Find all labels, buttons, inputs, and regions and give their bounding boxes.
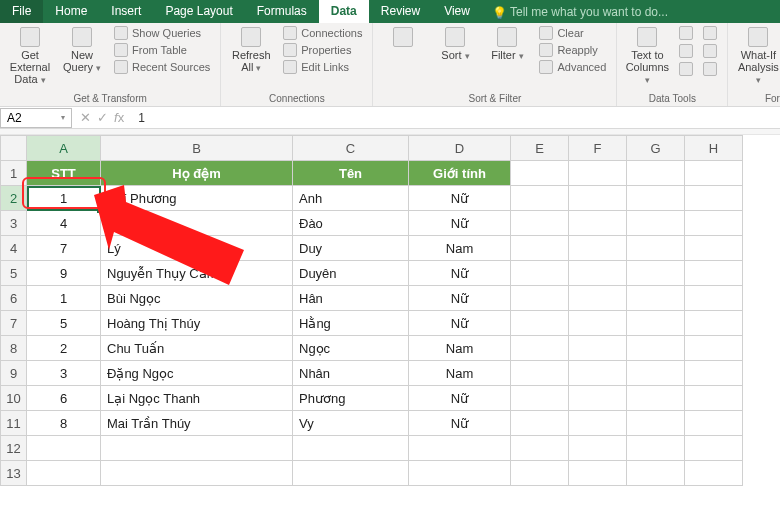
- colhead-D[interactable]: D: [409, 136, 511, 161]
- cell-F13[interactable]: [569, 461, 627, 486]
- menu-data[interactable]: Data: [319, 0, 369, 23]
- cell-A2[interactable]: 1: [27, 186, 101, 211]
- cell-E13[interactable]: [511, 461, 569, 486]
- cell-E10[interactable]: [511, 386, 569, 411]
- cell-H2[interactable]: [685, 186, 743, 211]
- cell-B8[interactable]: Chu Tuấn: [101, 336, 293, 361]
- fx-icon[interactable]: fx: [114, 110, 124, 125]
- refresh-all-button[interactable]: RefreshAll ▾: [227, 25, 275, 76]
- rowhead-9[interactable]: 9: [1, 361, 27, 386]
- cell-D11[interactable]: Nữ: [409, 411, 511, 436]
- colhead-E[interactable]: E: [511, 136, 569, 161]
- edit-links-button[interactable]: Edit Links: [279, 59, 366, 75]
- menu-insert[interactable]: Insert: [99, 0, 153, 23]
- data-validation-button[interactable]: [675, 43, 697, 59]
- cell-C9[interactable]: Nhân: [293, 361, 409, 386]
- colhead-C[interactable]: C: [293, 136, 409, 161]
- cell-C5[interactable]: Duyên: [293, 261, 409, 286]
- formula-input[interactable]: [132, 111, 780, 125]
- cell-D5[interactable]: Nữ: [409, 261, 511, 286]
- colhead-F[interactable]: F: [569, 136, 627, 161]
- cell-G1[interactable]: [627, 161, 685, 186]
- cell-B11[interactable]: Mai Trần Thúy: [101, 411, 293, 436]
- clear-button[interactable]: Clear: [535, 25, 610, 41]
- cell-E4[interactable]: [511, 236, 569, 261]
- reapply-button[interactable]: Reapply: [535, 42, 610, 58]
- cell-G13[interactable]: [627, 461, 685, 486]
- cell-G6[interactable]: [627, 286, 685, 311]
- cell-C2[interactable]: Anh: [293, 186, 409, 211]
- cell-C1[interactable]: Tên: [293, 161, 409, 186]
- rowhead-12[interactable]: 12: [1, 436, 27, 461]
- cell-B7[interactable]: Hoàng Thị Thúy: [101, 311, 293, 336]
- enter-icon[interactable]: ✓: [97, 110, 108, 125]
- menu-file[interactable]: File: [0, 0, 43, 23]
- cell-C10[interactable]: Phương: [293, 386, 409, 411]
- what-if-button[interactable]: What-IfAnalysis ▾: [734, 25, 780, 88]
- cell-A10[interactable]: 6: [27, 386, 101, 411]
- cell-F2[interactable]: [569, 186, 627, 211]
- cell-E5[interactable]: [511, 261, 569, 286]
- cell-G5[interactable]: [627, 261, 685, 286]
- show-queries-button[interactable]: Show Queries: [110, 25, 214, 41]
- cell-H12[interactable]: [685, 436, 743, 461]
- rowhead-3[interactable]: 3: [1, 211, 27, 236]
- colhead-G[interactable]: G: [627, 136, 685, 161]
- cell-C4[interactable]: Duy: [293, 236, 409, 261]
- cell-D7[interactable]: Nữ: [409, 311, 511, 336]
- cell-A1[interactable]: STT: [27, 161, 101, 186]
- cell-G7[interactable]: [627, 311, 685, 336]
- cell-H7[interactable]: [685, 311, 743, 336]
- select-all-corner[interactable]: [1, 136, 27, 161]
- cell-E11[interactable]: [511, 411, 569, 436]
- cell-D3[interactable]: Nữ: [409, 211, 511, 236]
- cell-A12[interactable]: [27, 436, 101, 461]
- cell-H10[interactable]: [685, 386, 743, 411]
- cell-E1[interactable]: [511, 161, 569, 186]
- properties-button[interactable]: Properties: [279, 42, 366, 58]
- cell-G12[interactable]: [627, 436, 685, 461]
- get-external-data-button[interactable]: Get ExternalData ▾: [6, 25, 54, 88]
- cell-E9[interactable]: [511, 361, 569, 386]
- cell-B1[interactable]: Họ đệm: [101, 161, 293, 186]
- sort-button[interactable]: Sort ▾: [431, 25, 479, 64]
- cell-E2[interactable]: [511, 186, 569, 211]
- consolidate-button[interactable]: [699, 43, 721, 59]
- cell-B13[interactable]: [101, 461, 293, 486]
- cell-A9[interactable]: 3: [27, 361, 101, 386]
- menu-formulas[interactable]: Formulas: [245, 0, 319, 23]
- cell-C6[interactable]: Hân: [293, 286, 409, 311]
- flash-fill-button[interactable]: [675, 25, 697, 41]
- cell-G10[interactable]: [627, 386, 685, 411]
- cell-E7[interactable]: [511, 311, 569, 336]
- cell-D4[interactable]: Nam: [409, 236, 511, 261]
- cell-D13[interactable]: [409, 461, 511, 486]
- cell-D8[interactable]: Nam: [409, 336, 511, 361]
- cell-F1[interactable]: [569, 161, 627, 186]
- menu-home[interactable]: Home: [43, 0, 99, 23]
- cancel-icon[interactable]: ✕: [80, 110, 91, 125]
- cell-C12[interactable]: [293, 436, 409, 461]
- manage-model-button[interactable]: [699, 61, 721, 77]
- menu-page-layout[interactable]: Page Layout: [153, 0, 244, 23]
- name-box[interactable]: A2 ▾: [0, 108, 72, 128]
- menu-review[interactable]: Review: [369, 0, 432, 23]
- cell-D10[interactable]: Nữ: [409, 386, 511, 411]
- cell-H9[interactable]: [685, 361, 743, 386]
- rowhead-8[interactable]: 8: [1, 336, 27, 361]
- advanced-button[interactable]: Advanced: [535, 59, 610, 75]
- cell-B2[interactable]: Phí Phương: [101, 186, 293, 211]
- cell-A13[interactable]: [27, 461, 101, 486]
- cell-H4[interactable]: [685, 236, 743, 261]
- cell-C8[interactable]: Ngọc: [293, 336, 409, 361]
- cell-F5[interactable]: [569, 261, 627, 286]
- relationships-button[interactable]: [675, 61, 697, 77]
- cell-A4[interactable]: 7: [27, 236, 101, 261]
- connections-button[interactable]: Connections: [279, 25, 366, 41]
- cell-G4[interactable]: [627, 236, 685, 261]
- cell-B6[interactable]: Bùi Ngọc: [101, 286, 293, 311]
- cell-E6[interactable]: [511, 286, 569, 311]
- rowhead-7[interactable]: 7: [1, 311, 27, 336]
- cell-C3[interactable]: Đào: [293, 211, 409, 236]
- recent-sources-button[interactable]: Recent Sources: [110, 59, 214, 75]
